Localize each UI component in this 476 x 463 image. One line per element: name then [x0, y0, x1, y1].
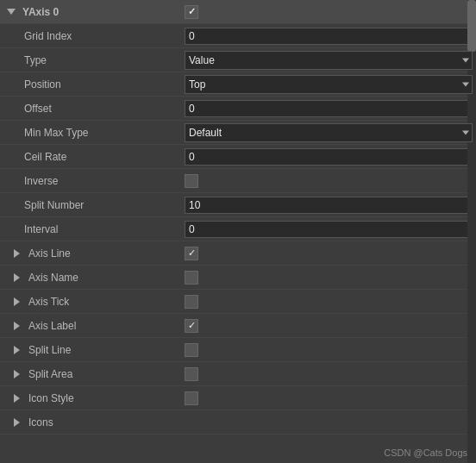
axis-name-expand-icon[interactable]: [14, 273, 20, 282]
axis-line-checkbox[interactable]: [185, 247, 198, 260]
axis-label-row: Axis Label: [0, 314, 476, 338]
ceil-rate-label: Ceil Rate: [3, 151, 185, 163]
header-checkbox[interactable]: [185, 5, 198, 19]
axis-tick-expand-icon[interactable]: [14, 297, 20, 306]
inverse-value: [185, 174, 473, 188]
offset-row: Offset: [0, 97, 476, 121]
split-line-checkbox-wrapper: [185, 343, 473, 357]
position-row: Position Top Bottom Left Right: [0, 72, 476, 97]
axis-label-checkbox[interactable]: [185, 319, 198, 333]
axis-tick-label: Axis Tick: [3, 296, 185, 308]
axis-line-expand-icon[interactable]: [14, 249, 20, 258]
position-select[interactable]: Top Bottom Left Right: [185, 75, 473, 94]
offset-input[interactable]: [185, 100, 473, 117]
header-title: YAxis 0: [22, 6, 59, 18]
split-area-label: Split Area: [3, 368, 185, 380]
interval-row: Interval: [0, 217, 476, 241]
position-label: Position: [3, 78, 185, 91]
scrollbar[interactable]: [467, 0, 476, 463]
position-dropdown-wrapper: Top Bottom Left Right: [185, 75, 473, 94]
inverse-row: Inverse: [0, 169, 476, 193]
ceil-rate-input[interactable]: [185, 148, 473, 166]
ceil-rate-value: [185, 148, 473, 166]
axis-tick-checkbox-wrapper: [185, 295, 473, 309]
position-value: Top Bottom Left Right: [185, 75, 473, 94]
axis-line-checkbox-wrapper: [185, 247, 473, 260]
axis-name-row: Axis Name: [0, 266, 476, 290]
axis-name-checkbox[interactable]: [185, 271, 198, 285]
header-label: YAxis 0: [3, 6, 185, 18]
inverse-label: Inverse: [3, 175, 185, 187]
split-number-label: Split Number: [3, 199, 185, 211]
ceil-rate-row: Ceil Rate: [0, 145, 476, 169]
split-number-value: [185, 197, 473, 214]
grid-index-label: Grid Index: [3, 30, 185, 42]
min-max-type-select[interactable]: Default Custom MinMax: [185, 123, 473, 142]
grid-index-row: Grid Index: [0, 24, 476, 48]
axis-label-label: Axis Label: [3, 320, 185, 332]
type-value: Value Category Time Log: [185, 51, 473, 70]
min-max-dropdown-wrapper: Default Custom MinMax: [185, 123, 473, 142]
split-number-row: Split Number: [0, 193, 476, 217]
scrollbar-thumb[interactable]: [467, 0, 476, 52]
split-number-input[interactable]: [185, 197, 473, 214]
icon-style-expand-icon[interactable]: [14, 394, 20, 403]
icons-expand-icon[interactable]: [14, 418, 20, 427]
collapse-icon[interactable]: [7, 9, 16, 15]
split-line-expand-icon[interactable]: [14, 346, 20, 354]
interval-value: [185, 221, 473, 238]
split-area-checkbox[interactable]: [185, 367, 198, 381]
icon-style-row: Icon Style: [0, 386, 476, 410]
footer-text: CSDN @Cats Dogs: [384, 447, 467, 458]
icons-label: Icons: [3, 416, 185, 429]
type-row: Type Value Category Time Log: [0, 48, 476, 72]
min-max-type-row: Min Max Type Default Custom MinMax: [0, 121, 476, 145]
type-select[interactable]: Value Category Time Log: [185, 51, 473, 70]
axis-label-checkbox-wrapper: [185, 319, 473, 333]
interval-label: Interval: [3, 223, 185, 235]
min-max-type-value: Default Custom MinMax: [185, 123, 473, 142]
header-row: YAxis 0: [0, 0, 476, 24]
icon-style-label: Icon Style: [3, 392, 185, 404]
split-area-expand-icon[interactable]: [14, 370, 20, 379]
icon-style-checkbox-wrapper: [185, 391, 473, 405]
panel: YAxis 0 Grid Index Type Value Category T…: [0, 0, 476, 463]
split-line-label: Split Line: [3, 344, 185, 356]
split-area-row: Split Area: [0, 362, 476, 386]
split-area-checkbox-wrapper: [185, 367, 473, 381]
offset-value: [185, 100, 473, 117]
min-max-type-label: Min Max Type: [3, 127, 185, 139]
split-line-row: Split Line: [0, 338, 476, 362]
interval-input[interactable]: [185, 221, 473, 238]
axis-line-label: Axis Line: [3, 247, 185, 260]
header-value: [185, 5, 473, 19]
axis-label-expand-icon[interactable]: [14, 322, 20, 330]
grid-index-value: [185, 28, 473, 45]
axis-name-label: Axis Name: [3, 272, 185, 284]
split-line-checkbox[interactable]: [185, 343, 198, 357]
inverse-checkbox[interactable]: [185, 174, 198, 188]
axis-line-row: Axis Line: [0, 241, 476, 266]
grid-index-input[interactable]: [185, 28, 473, 45]
type-label: Type: [3, 54, 185, 66]
axis-tick-row: Axis Tick: [0, 290, 476, 314]
axis-name-checkbox-wrapper: [185, 271, 473, 285]
icon-style-checkbox[interactable]: [185, 391, 198, 405]
offset-label: Offset: [3, 103, 185, 115]
type-dropdown-wrapper: Value Category Time Log: [185, 51, 473, 70]
icons-row: Icons: [0, 410, 476, 435]
axis-tick-checkbox[interactable]: [185, 295, 198, 309]
